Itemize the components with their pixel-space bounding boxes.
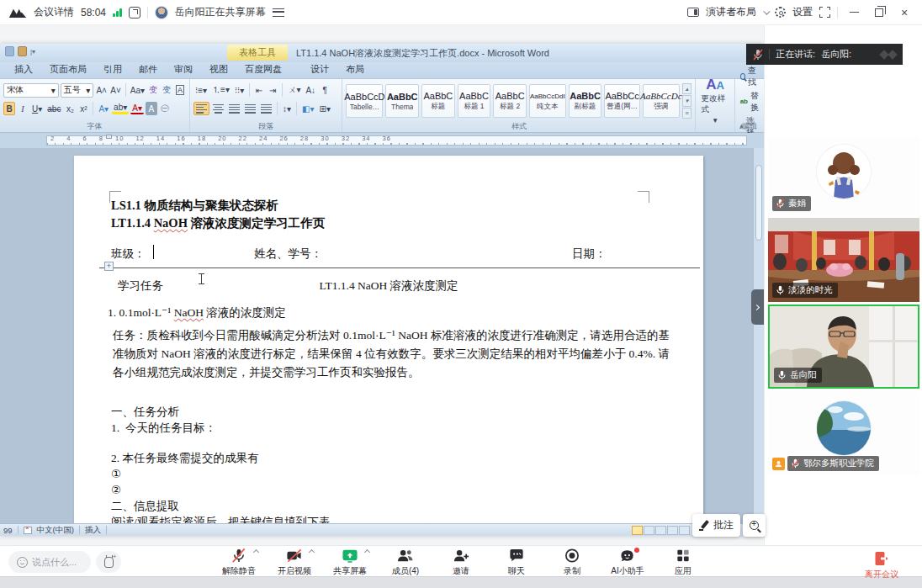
tab-view[interactable]: 视图 (202, 61, 236, 78)
tab-table-design[interactable]: 设计 (303, 61, 336, 78)
participant-tile-dandandeshiguang[interactable]: 淡淡的时光 (768, 218, 919, 302)
font-name-select[interactable]: 宋体▾ (3, 83, 59, 98)
distribute-icon[interactable] (259, 102, 273, 115)
sidebar-collapse-handle[interactable] (751, 289, 764, 325)
style-item[interactable]: AaBbC标题 1 (458, 84, 491, 118)
chevron-up-icon[interactable] (309, 549, 315, 555)
unmute-button[interactable]: 解除静音 (217, 546, 261, 577)
invite-button[interactable]: 邀请 (439, 546, 483, 577)
word-ruler[interactable]: 2 4 6 8 10 12 14 16 18 20 22 24 26 28 30… (0, 133, 764, 148)
text-effects-icon[interactable]: A▾ (97, 102, 110, 115)
subscript-icon[interactable]: x₂ (64, 102, 76, 115)
style-item[interactable]: AaBbCcDTabelle… (346, 84, 383, 118)
share-screen-button[interactable]: 共享屏幕 (328, 546, 372, 577)
style-item[interactable]: AaBbC标题 2 (493, 84, 527, 118)
styles-scroll-buttons[interactable]: ▴▾≡ (682, 83, 692, 119)
view-switcher[interactable] (632, 526, 690, 535)
align-left-icon[interactable] (193, 102, 209, 115)
table-move-handle[interactable]: + (104, 262, 114, 271)
align-center-icon[interactable] (211, 102, 225, 115)
grow-font-icon[interactable]: A˄ (95, 83, 108, 97)
meeting-details-link[interactable]: 会议详情 (34, 5, 74, 19)
style-item[interactable]: AaBbCcDc强调 (643, 84, 680, 118)
close-button[interactable]: × (895, 3, 914, 22)
maximize-button[interactable] (870, 3, 888, 22)
bold-button[interactable]: B (3, 102, 15, 115)
participant-tile-yuexiangyang[interactable]: 岳向阳 (768, 305, 919, 389)
character-border-icon[interactable]: A (174, 83, 186, 97)
spellcheck-icon[interactable] (24, 527, 32, 534)
layout-selector[interactable]: 演讲者布局 (706, 5, 756, 19)
style-item[interactable]: AaBbCcDdI纯文本 (529, 84, 566, 118)
save-icon[interactable] (5, 46, 14, 56)
record-button[interactable]: 录制 (550, 546, 594, 577)
strikethrough-icon[interactable]: abc (45, 102, 62, 115)
leave-meeting-button[interactable]: 离开会议 (856, 548, 907, 580)
find-button[interactable]: 查找 (740, 65, 759, 88)
style-item[interactable]: AaBbC标题 (421, 84, 455, 118)
quick-access-toolbar[interactable]: |▾ (5, 46, 35, 56)
font-color-icon[interactable]: A▾ (130, 103, 144, 114)
start-video-button[interactable]: 开启视频 (273, 546, 316, 577)
annotate-button[interactable]: 批注 (692, 514, 740, 537)
shading-icon[interactable]: ◧▾ (300, 102, 315, 115)
undo-icon[interactable] (18, 46, 27, 56)
increase-indent-icon[interactable]: ⇥ (267, 83, 278, 97)
underline-button[interactable]: U▾ (30, 102, 44, 115)
show-marks-icon[interactable]: ¶ (319, 83, 331, 97)
change-styles-button[interactable]: AA 更改样式 ▾ (696, 79, 734, 132)
language-status[interactable]: 中文(中国) (37, 525, 74, 536)
ai-assistant-button[interactable]: AI小助手 (606, 546, 649, 577)
zoom-in-button[interactable] (743, 514, 766, 537)
multilevel-list-icon[interactable]: ⁝⁝▾ (233, 83, 246, 97)
settings-button[interactable]: 设置 (792, 5, 813, 19)
sort-icon[interactable]: A↓ (304, 83, 317, 97)
style-item[interactable]: AaBbC副标题 (569, 84, 602, 118)
chat-button[interactable]: 聊天 (495, 546, 538, 577)
asian-layout-icon[interactable]: ㄨ▾ (286, 83, 302, 97)
font-size-select[interactable]: 五号▾ (61, 83, 93, 98)
tab-table-layout[interactable]: 布局 (338, 61, 372, 78)
replace-button[interactable]: ab替换 (740, 90, 759, 114)
chevron-up-icon[interactable] (253, 549, 259, 555)
justify-icon[interactable] (243, 102, 257, 115)
phonetic-guide-icon[interactable]: 变 (161, 83, 172, 97)
tab-mailings[interactable]: 邮件 (131, 61, 165, 78)
tab-review[interactable]: 审阅 (167, 61, 200, 78)
minimize-button[interactable] (845, 3, 863, 22)
scrollbar-thumb[interactable] (755, 165, 762, 241)
numbering-icon[interactable]: ⒈≡▾ (210, 83, 231, 97)
enclose-characters-icon[interactable]: ㊀ (159, 102, 171, 115)
style-item[interactable]: AaBbCc普通(网… (604, 84, 639, 118)
align-right-icon[interactable] (227, 102, 241, 115)
fullscreen-icon[interactable] (819, 7, 830, 18)
tab-baidu-netdisk[interactable]: 百度网盘 (237, 61, 289, 78)
participant-tile-qinjuan[interactable]: 秦娟 (768, 137, 919, 215)
tab-insert[interactable]: 插入 (7, 61, 40, 78)
chevron-down-icon[interactable] (763, 8, 770, 14)
indent-marker[interactable] (106, 135, 112, 139)
italic-button[interactable]: I (17, 102, 29, 115)
document-page[interactable]: LS1.1 物质结构与聚集状态探析 LT1.1.4 NaOH 溶液浓度测定学习工… (74, 156, 703, 523)
tab-references[interactable]: 引用 (96, 61, 130, 78)
shrink-font-icon[interactable]: A˅ (109, 83, 122, 97)
borders-icon[interactable]: ⊞▾ (318, 102, 332, 115)
insert-mode-status[interactable]: 插入 (85, 525, 101, 536)
superscript-icon[interactable]: x² (77, 102, 89, 115)
line-spacing-icon[interactable]: ↕▾ (281, 102, 293, 115)
change-case-icon[interactable]: Aa▾ (130, 83, 146, 97)
chevron-up-icon[interactable] (364, 549, 370, 555)
members-button[interactable]: 成员(4) (384, 546, 427, 577)
clear-formatting-icon[interactable]: 变 (147, 83, 159, 97)
apps-button[interactable]: 应用 (661, 546, 705, 577)
decrease-indent-icon[interactable]: ⇤ (253, 83, 265, 97)
character-shading-icon[interactable]: A (146, 102, 157, 115)
share-options-icon[interactable] (273, 8, 284, 17)
style-item[interactable]: AaBbCThema (385, 84, 419, 118)
tab-page-layout[interactable]: 页面布局 (42, 61, 94, 78)
document-scrollbar[interactable] (753, 148, 764, 523)
participant-tile-eerduosi[interactable]: 鄂尔多斯职业学院 (768, 391, 919, 475)
gear-icon[interactable] (775, 7, 786, 18)
bullets-icon[interactable]: ⁝≡▾ (193, 83, 209, 97)
popout-window-icon[interactable] (129, 7, 140, 19)
